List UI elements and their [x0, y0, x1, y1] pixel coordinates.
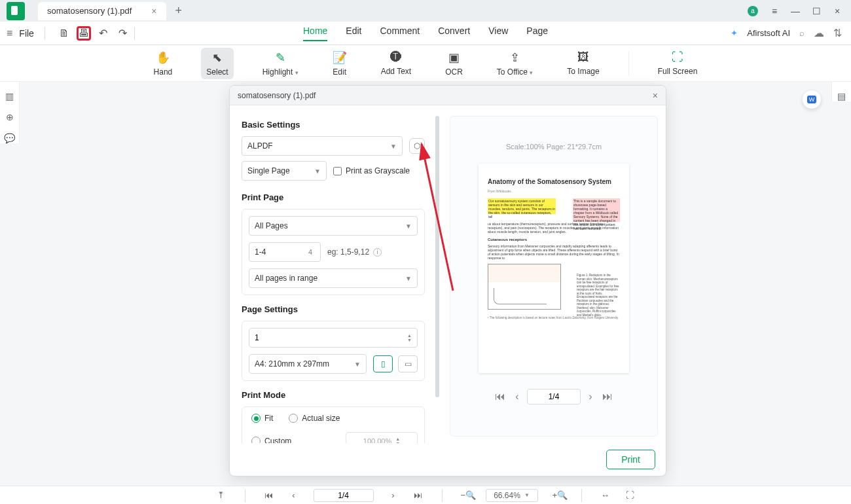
tool-edit[interactable]: 📝Edit [327, 48, 352, 79]
chevron-down-icon: ▼ [314, 168, 321, 175]
print-button[interactable]: Print [606, 450, 655, 469]
ai-label[interactable]: Afirstsoft AI [747, 28, 790, 38]
mode-fit-radio[interactable]: Fit [251, 414, 273, 423]
preview-scale-info: Scale:100% Page: 21*29.7cm [506, 143, 602, 151]
tab-convert[interactable]: Convert [438, 26, 470, 41]
chevron-down-icon: ▼ [405, 275, 412, 282]
copies-input[interactable]: 1▲▼ [249, 328, 418, 348]
section-page-settings: Page Settings [242, 304, 425, 314]
last-page-icon[interactable]: ⏭ [600, 389, 615, 404]
chevron-down-icon: ▼ [405, 223, 412, 230]
print-icon[interactable]: 🖶 [77, 26, 91, 41]
properties-icon[interactable]: ▤ [837, 91, 846, 101]
avatar[interactable]: a [748, 6, 758, 16]
add-text-icon: 🅣 [390, 50, 402, 64]
redo-icon[interactable]: ↷ [116, 26, 130, 41]
page-range-hint: eg: 1,5-9,12i [327, 247, 382, 257]
convert-to-word-badge[interactable]: W [803, 90, 821, 109]
tool-ocr[interactable]: ▣OCR [440, 48, 468, 79]
new-tab-button[interactable]: + [175, 4, 183, 18]
document-tab-title: somatosensory (1).pdf [47, 6, 132, 16]
tool-add-text[interactable]: 🅣Add Text [376, 48, 416, 79]
section-print-page: Print Page [242, 192, 425, 202]
orientation-portrait-button[interactable]: ▯ [373, 355, 393, 372]
paper-size-select[interactable]: A4: 210mm x 297mm▼ [249, 354, 367, 374]
comments-icon[interactable]: 💬 [4, 133, 15, 143]
printer-properties-button[interactable]: ⬡ [409, 138, 425, 154]
minimize-icon[interactable]: — [791, 6, 800, 16]
fit-page-icon[interactable]: ⛶ [625, 490, 636, 500]
sb-page-input[interactable] [314, 489, 374, 502]
dialog-close-icon[interactable]: × [653, 90, 658, 101]
fullscreen-icon: ⛶ [672, 50, 683, 64]
highlighter-icon: ✎ [276, 50, 285, 65]
to-image-icon: 🖼 [577, 50, 589, 64]
add-page-icon[interactable]: ⊕ [6, 112, 14, 122]
grayscale-checkbox[interactable]: Print as Grayscale [333, 166, 410, 175]
maximize-icon[interactable]: ☐ [812, 6, 821, 16]
search-icon[interactable]: ⌕ [799, 28, 805, 38]
sb-next-page-icon[interactable]: › [388, 490, 399, 500]
tool-full-screen[interactable]: ⛶Full Screen [653, 48, 703, 79]
mode-actual-radio[interactable]: Actual size [289, 414, 340, 423]
orientation-landscape-button[interactable]: ▭ [398, 355, 418, 372]
chevron-down-icon: ▼ [390, 143, 397, 150]
sb-first-page-icon[interactable]: ⏮ [264, 490, 274, 500]
dialog-scrollbar[interactable] [435, 116, 439, 397]
to-office-icon: ⇪ [510, 50, 520, 65]
page-range-select[interactable]: All Pages▼ [249, 216, 418, 236]
sb-last-page-icon[interactable]: ⏭ [413, 490, 424, 500]
tool-hand[interactable]: ✋Hand [149, 48, 178, 79]
page-filter-select[interactable]: All pages in range▼ [249, 268, 418, 288]
preview-page-input[interactable] [527, 389, 581, 405]
dialog-title: somatosensory (1).pdf [238, 91, 316, 100]
info-icon: i [373, 248, 382, 257]
printer-select[interactable]: ALPDF▼ [242, 136, 403, 156]
edit-icon: 📝 [333, 50, 347, 65]
sb-prev-page-icon[interactable]: ‹ [289, 490, 299, 500]
tool-to-office[interactable]: ⇪To Office ▾ [492, 48, 538, 79]
next-page-icon[interactable]: › [583, 389, 598, 404]
first-page-icon[interactable]: ⏮ [493, 389, 507, 404]
page-range-input[interactable]: 1-44 [249, 242, 321, 262]
cloud-icon[interactable]: ☁ [814, 27, 824, 39]
decrement-icon[interactable]: ▼ [407, 338, 412, 342]
increment-icon[interactable]: ▲ [407, 333, 412, 338]
tab-home[interactable]: Home [303, 26, 327, 41]
preview-diagram [488, 264, 561, 310]
undo-icon[interactable]: ↶ [96, 26, 111, 41]
mode-custom-radio[interactable]: Custom [251, 437, 291, 443]
app-menu-icon[interactable]: ≡ [770, 6, 779, 16]
settings-toggle-icon[interactable]: ⇅ [833, 27, 842, 39]
status-bar: ⤒ ⏮ ‹ › ⏭ −🔍 66.64%▼ +🔍 ↔ ⛶ [0, 486, 851, 504]
section-basic-settings: Basic Settings [242, 120, 425, 130]
file-menu[interactable]: File [19, 28, 34, 39]
custom-scale-input[interactable]: 100.00%▲▼ [346, 432, 418, 443]
close-window-icon[interactable]: × [833, 6, 842, 16]
page-preview: Anatomy of the Somatosensory System From… [479, 164, 629, 373]
save-icon[interactable]: 🗎 [57, 26, 71, 41]
tool-highlight[interactable]: ✎Highlight ▾ [257, 48, 304, 79]
print-preview-pane: Scale:100% Page: 21*29.7cm Anatomy of th… [450, 116, 658, 437]
scroll-top-icon[interactable]: ⤒ [216, 490, 226, 500]
fit-width-icon[interactable]: ↔ [600, 490, 611, 500]
document-tab[interactable]: somatosensory (1).pdf × [38, 2, 166, 20]
zoom-level-input[interactable]: 66.64%▼ [486, 489, 538, 502]
tab-page[interactable]: Page [526, 26, 548, 41]
thumbnails-icon[interactable]: ▥ [5, 91, 14, 101]
cursor-icon: ⬉ [212, 50, 222, 65]
zoom-in-icon[interactable]: +🔍 [552, 490, 563, 500]
tab-edit[interactable]: Edit [346, 26, 361, 41]
close-tab-icon[interactable]: × [151, 6, 156, 16]
tool-to-image[interactable]: 🖼To Image [562, 48, 604, 79]
zoom-out-icon[interactable]: −🔍 [461, 490, 471, 500]
print-dialog: somatosensory (1).pdf × Basic Settings A… [229, 85, 666, 477]
page-layout-select[interactable]: Single Page▼ [242, 161, 327, 181]
prev-page-icon[interactable]: ‹ [510, 389, 524, 404]
tab-comment[interactable]: Comment [380, 26, 420, 41]
section-print-mode: Print Mode [242, 390, 425, 400]
hamburger-icon[interactable]: ≡ [7, 27, 12, 39]
tool-select[interactable]: ⬉Select [201, 48, 233, 79]
tab-view[interactable]: View [488, 26, 508, 41]
ai-sparkle-icon: ✦ [731, 28, 738, 38]
